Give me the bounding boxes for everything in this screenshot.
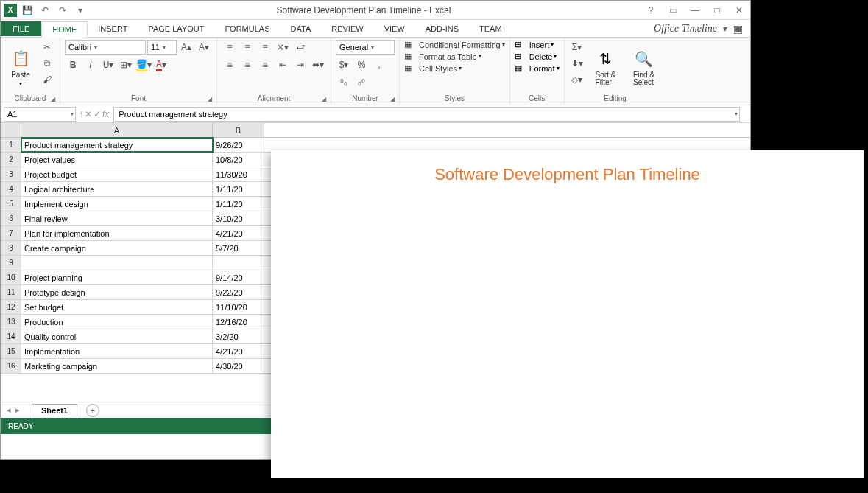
grow-font-icon[interactable]: A▴ xyxy=(178,40,194,55)
cell[interactable]: 1/11/20 xyxy=(213,197,264,211)
align-middle-icon[interactable]: ≡ xyxy=(239,40,255,55)
col-header-a[interactable]: A xyxy=(21,123,213,137)
office-timeline-collapse-icon[interactable]: ▣ xyxy=(733,23,743,35)
merge-icon[interactable]: ⬌▾ xyxy=(310,57,326,72)
tab-review[interactable]: REVIEW xyxy=(321,21,373,36)
cell[interactable]: Marketing campaign xyxy=(21,359,213,373)
increase-decimal-icon[interactable]: ⁰₀ xyxy=(336,75,352,90)
clear-icon[interactable]: ◇▾ xyxy=(569,72,585,87)
cell[interactable]: Plan for implementation xyxy=(21,226,213,240)
row-header[interactable]: 7 xyxy=(1,226,21,241)
office-timeline-label[interactable]: Office Timeline xyxy=(654,23,717,35)
find-select-button[interactable]: 🔍 Find & Select xyxy=(627,40,662,94)
prev-sheet-icon[interactable]: ◂ xyxy=(7,405,11,415)
cell[interactable]: 9/26/20 xyxy=(213,138,264,152)
ribbon-display-icon[interactable]: ▭ xyxy=(662,1,684,19)
tab-addins[interactable]: ADD-INS xyxy=(415,21,469,36)
tab-view[interactable]: VIEW xyxy=(374,21,415,36)
insert-cells-button[interactable]: ⊞Insert▾ xyxy=(515,40,560,49)
cell[interactable]: Product management strategy xyxy=(21,138,213,152)
sort-filter-button[interactable]: ⇅ Sort & Filter xyxy=(588,40,624,94)
cell[interactable]: 11/10/20 xyxy=(213,300,264,314)
tab-data[interactable]: DATA xyxy=(280,21,322,36)
align-top-icon[interactable]: ≡ xyxy=(222,40,238,55)
cell[interactable]: 5/7/20 xyxy=(213,241,264,255)
cell[interactable]: 4/21/20 xyxy=(213,226,264,240)
cancel-formula-icon[interactable]: ✕ xyxy=(85,109,92,119)
cell[interactable] xyxy=(21,256,213,270)
tab-file[interactable]: FILE xyxy=(1,21,41,36)
font-size-combo[interactable]: 11▾ xyxy=(147,40,177,55)
row-header[interactable]: 8 xyxy=(1,241,21,256)
row-header[interactable]: 2 xyxy=(1,153,21,167)
tab-team[interactable]: TEAM xyxy=(469,21,512,36)
row-header[interactable]: 3 xyxy=(1,167,21,182)
bold-icon[interactable]: B xyxy=(65,57,81,72)
row-header[interactable]: 4 xyxy=(1,182,21,197)
autosum-icon[interactable]: Σ▾ xyxy=(569,40,585,55)
row-header[interactable]: 13 xyxy=(1,315,21,329)
align-right-icon[interactable]: ≡ xyxy=(257,57,273,72)
redo-icon[interactable]: ↷ xyxy=(55,3,70,18)
cell[interactable]: 4/21/20 xyxy=(213,344,264,358)
cell[interactable]: Final review xyxy=(21,211,213,225)
number-format-combo[interactable]: General▾ xyxy=(336,40,395,55)
conditional-formatting-button[interactable]: ▦Conditional Formatting▾ xyxy=(404,40,505,49)
select-all-corner[interactable] xyxy=(1,123,21,138)
shrink-font-icon[interactable]: A▾ xyxy=(196,40,212,55)
font-name-combo[interactable]: Calibri▾ xyxy=(65,40,146,55)
formula-input[interactable]: Product management strategy▾ xyxy=(113,107,740,122)
cell[interactable]: Prototype design xyxy=(21,285,213,299)
row-header[interactable]: 5 xyxy=(1,197,21,211)
decrease-indent-icon[interactable]: ⇤ xyxy=(275,57,291,72)
col-header-b[interactable]: B xyxy=(213,123,264,137)
comma-icon[interactable]: , xyxy=(371,57,387,72)
cell-styles-button[interactable]: ▦Cell Styles▾ xyxy=(404,63,505,73)
italic-icon[interactable]: I xyxy=(82,57,99,72)
align-bottom-icon[interactable]: ≡ xyxy=(257,40,273,55)
cell[interactable]: 11/30/20 xyxy=(213,167,264,181)
next-sheet-icon[interactable]: ▸ xyxy=(15,405,20,415)
fill-color-icon[interactable]: 🪣▾ xyxy=(135,57,152,72)
cell[interactable]: Set budget xyxy=(21,300,213,314)
number-launcher-icon[interactable]: ◢ xyxy=(390,96,398,103)
enter-formula-icon[interactable]: ✓ xyxy=(93,109,101,119)
cell[interactable]: 3/2/20 xyxy=(213,329,264,343)
tab-formulas[interactable]: FORMULAS xyxy=(214,21,280,36)
cell[interactable]: Project budget xyxy=(21,167,213,181)
orientation-icon[interactable]: ⤭▾ xyxy=(275,40,291,55)
accounting-icon[interactable]: $▾ xyxy=(336,57,352,72)
row-header[interactable]: 16 xyxy=(1,359,21,374)
cell[interactable] xyxy=(213,256,264,270)
font-color-icon[interactable]: A▾ xyxy=(153,57,169,72)
cell[interactable]: Project planning xyxy=(21,270,213,284)
office-timeline-dropdown-icon[interactable]: ▾ xyxy=(723,24,727,34)
format-cells-button[interactable]: ▦Format▾ xyxy=(515,63,560,73)
cell[interactable]: Create campaign xyxy=(21,241,213,255)
row-header[interactable]: 9 xyxy=(1,256,21,270)
name-box[interactable]: A1▾ xyxy=(4,107,76,122)
font-launcher-icon[interactable]: ◢ xyxy=(208,96,215,103)
cell[interactable]: 12/16/20 xyxy=(213,315,264,329)
tab-page-layout[interactable]: PAGE LAYOUT xyxy=(138,21,214,36)
delete-cells-button[interactable]: ⊟Delete▾ xyxy=(515,52,560,61)
cell[interactable]: Production xyxy=(21,315,213,329)
cell[interactable]: Logical architecture xyxy=(21,182,213,196)
wrap-text-icon[interactable]: ⮐ xyxy=(292,40,308,55)
sheet-tab-sheet1[interactable]: Sheet1 xyxy=(32,404,77,416)
clipboard-launcher-icon[interactable]: ◢ xyxy=(51,96,58,103)
align-center-icon[interactable]: ≡ xyxy=(239,57,255,72)
maximize-icon[interactable]: □ xyxy=(706,1,728,19)
new-sheet-icon[interactable]: + xyxy=(86,404,99,417)
cell[interactable]: 3/10/20 xyxy=(213,211,264,225)
help-icon[interactable]: ? xyxy=(640,1,662,19)
fx-icon[interactable]: fx xyxy=(102,109,109,119)
cell[interactable]: Implement design xyxy=(21,197,213,211)
minimize-icon[interactable]: — xyxy=(684,1,706,19)
tab-insert[interactable]: INSERT xyxy=(88,21,138,36)
decrease-decimal-icon[interactable]: ₀⁰ xyxy=(353,75,370,90)
alignment-launcher-icon[interactable]: ◢ xyxy=(322,96,329,103)
borders-icon[interactable]: ⊞▾ xyxy=(118,57,134,72)
cell[interactable]: 9/22/20 xyxy=(213,285,264,299)
row-header[interactable]: 14 xyxy=(1,329,21,344)
